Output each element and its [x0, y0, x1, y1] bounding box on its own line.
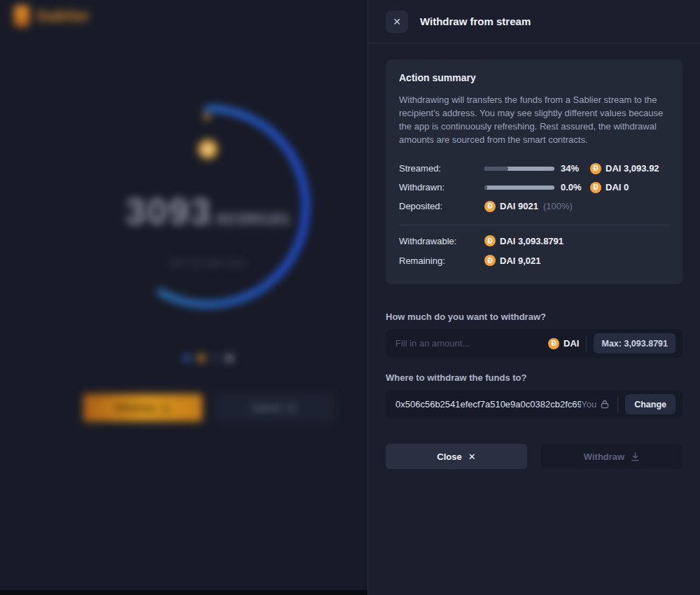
cancel-icon — [287, 403, 296, 412]
background-page: Sablier Đ 3093.92395181 — [0, 0, 368, 595]
withdrawable-row: Withdrawable: Đ DAI 3,093.8791 — [399, 231, 669, 251]
background-cancel-button: Cancel — [215, 394, 334, 421]
sablier-hourglass-icon — [14, 6, 29, 27]
dai-icon: Đ — [548, 338, 559, 349]
address-input-row: You Change — [386, 390, 682, 419]
dai-coin-icon: Đ — [198, 139, 218, 159]
background-cancel-label: Cancel — [252, 402, 282, 413]
footer-withdraw-button[interactable]: Withdraw — [541, 444, 682, 469]
withdrawable-label: Withdrawable: — [399, 236, 484, 246]
download-icon — [631, 452, 640, 461]
footer-withdraw-label: Withdraw — [584, 451, 624, 462]
streamed-row: Streamed: 34% Đ DAI 3,093.92 — [399, 159, 669, 178]
background-action-buttons: Withdraw Cancel — [0, 394, 368, 421]
streamed-progress-fill — [484, 167, 508, 171]
view-pager-dots — [0, 354, 368, 362]
input-divider — [586, 336, 587, 351]
footer-close-button[interactable]: Close ✕ — [386, 444, 527, 469]
app-root: Sablier Đ 3093.92395181 — [0, 0, 700, 595]
remaining-amount: DAI 9,021 — [500, 255, 541, 266]
close-x-icon: ✕ — [468, 451, 476, 462]
change-address-button[interactable]: Change — [625, 394, 676, 414]
withdrawn-row: Withdrawn: 0.0% Đ DAI 0 — [399, 178, 669, 197]
max-button[interactable]: Max: 3,093.8791 — [594, 333, 676, 354]
background-withdraw-label: Withdraw — [115, 402, 155, 413]
you-label: You — [581, 399, 596, 410]
pager-dot-gray — [225, 354, 233, 362]
panel-footer: Close ✕ Withdraw — [386, 444, 682, 469]
summary-divider — [399, 225, 669, 225]
panel-header: ✕ Withdraw from stream — [368, 0, 700, 43]
streamed-percent: 34% — [561, 163, 590, 174]
input-divider — [617, 397, 618, 412]
pager-dot-blue — [183, 354, 191, 362]
withdrawn-percent: 0.0% — [561, 182, 590, 192]
withdrawn-progress-bar — [484, 186, 554, 190]
deposited-row: Deposited: Đ DAI 9021 (100%) — [399, 197, 669, 216]
remaining-row: Remaining: Đ DAI 9,021 — [399, 251, 669, 270]
sablier-logo: Sablier — [14, 6, 90, 27]
streamed-amount-fraction: .92395181 — [212, 210, 291, 227]
dai-icon: Đ — [484, 255, 496, 266]
pager-dot-orange — [197, 354, 205, 362]
action-summary-description: Withdrawing will transfers the funds fro… — [399, 94, 669, 146]
streamed-amount-display: 3093.92395181 — [0, 190, 368, 232]
streamed-amount-integer: 3093 — [125, 191, 212, 232]
background-withdraw-button: Withdraw — [83, 394, 202, 421]
close-panel-button[interactable]: ✕ — [386, 10, 408, 33]
stream-marker-dot — [204, 113, 210, 120]
panel-body: Action summary Withdrawing will transfer… — [368, 43, 700, 469]
download-icon — [161, 403, 170, 412]
streamed-amount: DAI 3,093.92 — [606, 163, 659, 174]
streamed-amount-caption: OUT OF DAI 9,021 — [0, 259, 368, 267]
token-tag: Đ DAI — [548, 338, 579, 349]
footer-close-label: Close — [437, 451, 461, 462]
action-summary-card: Action summary Withdrawing will transfer… — [386, 59, 682, 284]
deposited-label: Deposited: — [399, 201, 484, 211]
streamed-progress-bar — [484, 167, 554, 171]
deposited-percent-note: (100%) — [543, 201, 573, 211]
you-tag: You — [581, 399, 609, 410]
withdrawable-amount: DAI 3,093.8791 — [500, 236, 564, 246]
streamed-label: Streamed: — [399, 163, 484, 174]
dai-icon: Đ — [484, 235, 496, 246]
withdrawn-label: Withdrawn: — [399, 182, 484, 192]
withdrawn-amount: DAI 0 — [606, 182, 629, 192]
background-footer-strip — [0, 590, 368, 595]
pager-dot-dim — [211, 354, 219, 362]
dai-icon: Đ — [590, 182, 601, 193]
address-input[interactable] — [396, 399, 581, 410]
address-section-label: Where to withdraw the funds to? — [386, 372, 682, 383]
action-summary-heading: Action summary — [399, 72, 669, 83]
amount-input[interactable] — [396, 338, 548, 349]
amount-input-row: Đ DAI Max: 3,093.8791 — [386, 329, 682, 358]
panel-title: Withdraw from stream — [420, 15, 531, 27]
amount-section-label: How much do you want to withdraw? — [386, 312, 682, 322]
withdraw-panel: ✕ Withdraw from stream Action summary Wi… — [368, 0, 700, 595]
deposited-amount: DAI 9021 — [500, 201, 538, 211]
lock-icon — [601, 400, 609, 409]
close-icon: ✕ — [393, 16, 401, 27]
background-blur-layer: Sablier Đ 3093.92395181 — [0, 0, 368, 595]
token-name: DAI — [564, 338, 579, 349]
dai-icon: Đ — [590, 163, 601, 174]
sablier-wordmark: Sablier — [36, 7, 90, 25]
remaining-label: Remaining: — [399, 255, 484, 266]
dai-icon: Đ — [484, 201, 496, 212]
withdrawn-progress-fill — [484, 186, 487, 190]
